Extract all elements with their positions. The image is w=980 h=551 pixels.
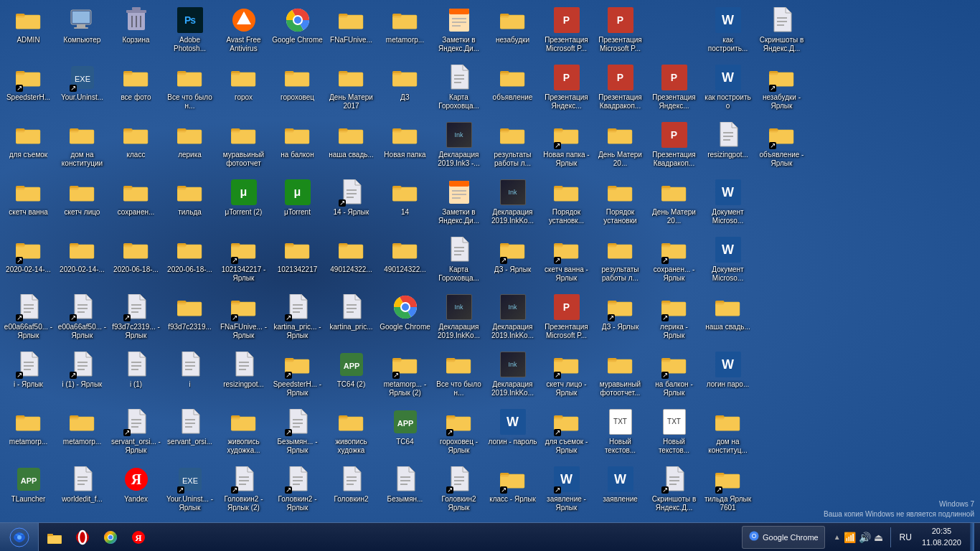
desktop-icon-kak-postroit-1[interactable]: W как построить... xyxy=(701,3,755,60)
desktop-icon-yandex[interactable]: Я Yandex xyxy=(109,462,163,519)
desktop-icon-vse-foto-2[interactable]: все фото xyxy=(109,60,163,118)
desktop-icon-sohraneno[interactable]: сохранен... xyxy=(109,175,163,232)
desktop-icon-lerika-yarlyk[interactable]: лерика - Ярлык xyxy=(647,290,701,347)
desktop-icon-metamorp-2[interactable]: metamorp... xyxy=(55,405,109,462)
desktop-icon-google-chrome-2[interactable]: Google Chrome xyxy=(378,290,432,347)
desktop-icon-servant-orsi-2[interactable]: servant_orsi... xyxy=(163,405,217,462)
desktop-icon-nezabudki-yarlyk[interactable]: незабудки - Ярлык xyxy=(755,60,809,118)
desktop-icon-golovkin2-2[interactable]: Головкин2 - Ярлык xyxy=(270,462,324,519)
desktop-icon-deklaraciya-2019-1[interactable]: Ink Декларация 2019.Ink3 -... xyxy=(432,118,486,175)
desktop-icon-avast[interactable]: Avast Free Antivirus xyxy=(217,3,270,60)
desktop-icon-servant-orsi-1[interactable]: servant_orsi... - Ярлык xyxy=(109,405,163,462)
desktop-icon-nezabudki[interactable]: незабудки xyxy=(486,3,540,60)
taskbar-app-opera[interactable] xyxy=(70,525,95,550)
desktop-icon-obyavlenie[interactable]: объявление xyxy=(486,60,540,118)
desktop-icon-e00a66af50-1[interactable]: e00a66af50... - Ярлык xyxy=(1,290,55,347)
desktop-icon-karta-goroh-2[interactable]: Карта Гороховца... xyxy=(432,232,486,290)
desktop-icon-bezymyan-2[interactable]: Безымян... xyxy=(378,462,432,519)
desktop-icon-dom-konstitucii-2[interactable]: дом на конституц... xyxy=(701,405,755,462)
system-clock[interactable]: 20:35 11.08.2020 xyxy=(918,526,966,548)
desktop-icon-deklaraciya-inkko[interactable]: Ink Декларация 2019.InkKo... xyxy=(486,347,540,405)
desktop-icon-i1-yarlyk[interactable]: i (1) - Ярлык xyxy=(55,347,109,405)
desktop-icon-deklaraciya-2019-3[interactable]: Ink Декларация 2019.InkKo... xyxy=(486,175,540,232)
desktop-icon-i-yarlyk[interactable]: i - Ярлык xyxy=(1,347,55,405)
desktop-icon-metamorp-shortcut2[interactable]: metamorp... - Ярлык (2) xyxy=(378,347,432,405)
desktop-icon-murav-foto-2[interactable]: муравьиный фотоотчет... xyxy=(593,347,647,405)
desktop-icon-speedsterh-shortcut[interactable]: SpeedsterH... - Ярлык xyxy=(270,347,324,405)
desktop-icon-poryadok-ustanovk-1[interactable]: Порядок установк... xyxy=(540,175,593,232)
desktop-icon-metamorp-3[interactable]: metamorp... xyxy=(378,3,432,60)
desktop-icon-den-materi-20-2[interactable]: День Матери 20... xyxy=(647,175,701,232)
desktop-icon-bezymyan-1[interactable]: Безымян... - Ярлык xyxy=(270,405,324,462)
desktop-icon-f93d7c2319-1[interactable]: f93d7c2319... - Ярлык xyxy=(109,290,163,347)
desktop-icon-obyavlenie-yarlyk[interactable]: объявление - Ярлык xyxy=(755,118,809,175)
taskbar-app-yandex[interactable]: Я xyxy=(126,525,151,550)
desktop-icon-zametki-1[interactable]: Заметки в Яндекс.Ди... xyxy=(432,3,486,60)
desktop-icon-2020-02-14-2[interactable]: 2020-02-14-... xyxy=(55,232,109,290)
desktop-icon-rezultaty-2[interactable]: результаты работы л... xyxy=(593,232,647,290)
desktop-icon-kak-postroit-2[interactable]: W как построить о xyxy=(701,60,755,118)
desktop-icon-worldedit-f[interactable]: worldedit_f... xyxy=(55,462,109,519)
desktop-icon-prezentaciya-yan[interactable]: P Презентация Яндекс... xyxy=(540,60,593,118)
desktop-icon-fnafunive-shortcut[interactable]: FNaFUnive... - Ярлык xyxy=(217,290,270,347)
desktop-icon-tilda[interactable]: тильда xyxy=(163,175,217,232)
desktop-icon-google-chrome-desk[interactable]: Google Chrome xyxy=(270,3,324,60)
desktop-icon-golovkin2-4[interactable]: Головкин2 Ярлык xyxy=(432,462,486,519)
desktop-icon-deklaraciya-2019-4[interactable]: Ink Декларация 2019.InkKo... xyxy=(486,290,540,347)
desktop-icon-dokument-ms-2[interactable]: W Документ Microso... xyxy=(701,232,755,290)
desktop-icon-i1-2[interactable]: i (1) xyxy=(109,347,163,405)
desktop-icon-novaya-papka-yarlyk[interactable]: Новая папка - Ярлык xyxy=(540,118,593,175)
desktop-icon-korzina[interactable]: Корзина xyxy=(109,3,163,60)
desktop-icon-adobe-ps[interactable]: Ps Adobe Photosh... xyxy=(163,3,217,60)
desktop-icon-kompyuter[interactable]: Компьютер xyxy=(55,3,109,60)
desktop-icon-metamorp-1[interactable]: metamorp... xyxy=(1,405,55,462)
desktop-icon-na-balkon[interactable]: на балкон xyxy=(270,118,324,175)
desktop-icon-golovkin2-shortcut[interactable]: Головкин2 - Ярлык (2) xyxy=(217,462,270,519)
desktop-icon-login-parol[interactable]: W логин - пароль xyxy=(486,405,540,462)
desktop-icon-zayavlenie-2[interactable]: W заявление xyxy=(593,462,647,519)
start-button[interactable] xyxy=(0,523,39,552)
desktop-icon-zhivopis-2[interactable]: живопись художка xyxy=(324,405,378,462)
desktop-icon-muravinyj[interactable]: муравьиный фотоотчет xyxy=(217,118,270,175)
desktop-icon-prezentaciya-kvadr2[interactable]: P Презентация Квадракоп... xyxy=(647,118,701,175)
desktop-icon-2020-06-18-1[interactable]: 2020-06-18-... xyxy=(109,232,163,290)
desktop-icon-1021342217-shortcut[interactable]: 1021342217 - Ярлык xyxy=(217,232,270,290)
desktop-icon-vse-chto-bylo-2[interactable]: Все что было н... xyxy=(432,347,486,405)
desktop-icon-dokument-ms-1[interactable]: W Документ Microso... xyxy=(701,175,755,232)
desktop-icon-prezentaciya-ms-1[interactable]: P Презентация Microsoft P... xyxy=(540,3,593,60)
desktop-icon-prezentaciya-ms-3[interactable]: P Презентация Microsoft P... xyxy=(593,3,647,60)
desktop-icon-klass-yarlyk[interactable]: класс - Ярлык xyxy=(486,462,540,519)
desktop-icon-golovkin2-3[interactable]: Головкин2 xyxy=(324,462,378,519)
desktop-icon-utorrent-3[interactable]: μ μTorrent xyxy=(270,175,324,232)
desktop-icon-karta-goroh-1[interactable]: Карта Гороховца... xyxy=(432,60,486,118)
desktop-icon-dom-konstitucii[interactable]: дом на конституции xyxy=(55,118,109,175)
taskbar-app-explorer[interactable] xyxy=(42,525,67,550)
desktop-icon-prezentaciya-ms-4[interactable]: P Презентация Яндекс... xyxy=(647,60,701,118)
desktop-icon-vse-chto-bylo-1[interactable]: Все что было н... xyxy=(163,60,217,118)
desktop-icon-novyj-tekst[interactable]: TXT Новый текстов... xyxy=(593,405,647,462)
systray-volume[interactable]: 🔊 xyxy=(859,532,871,543)
desktop-icon-14-2[interactable]: 14 xyxy=(378,175,432,232)
desktop-icon-2020-02-14-1[interactable]: 2020-02-14-... xyxy=(1,232,55,290)
desktop-icon-lerika[interactable]: лерика xyxy=(163,118,217,175)
desktop-icon-skrinshotyi-1[interactable]: Скриншоты в Яндекс.Д... xyxy=(755,3,809,60)
desktop-icon-kartina-pric-2[interactable]: kartina_pric... xyxy=(324,290,378,347)
language-indicator[interactable]: RU xyxy=(898,532,913,542)
desktop-icon-rezultaty-1[interactable]: результаты работы л... xyxy=(486,118,540,175)
desktop-icon-admin[interactable]: ADMIN xyxy=(1,3,55,60)
desktop-icon-i-3[interactable]: i xyxy=(163,347,217,405)
desktop-icon-dz[interactable]: ДЗ xyxy=(378,60,432,118)
desktop-icon-novyj-tekst-2[interactable]: TXT Новый текстов... xyxy=(647,405,701,462)
desktop-icon-goroh[interactable]: горох xyxy=(217,60,270,118)
desktop-icon-your-uninst-2[interactable]: EXE Your.Uninst... - Ярлык xyxy=(163,462,217,519)
desktop-icon-sohraneno-2[interactable]: сохранен... - Ярлык xyxy=(647,232,701,290)
desktop-icon-490124322-2[interactable]: 490124322... xyxy=(378,232,432,290)
desktop-icon-14-yarlyk[interactable]: 14 - Ярлык xyxy=(324,175,378,232)
desktop-icon-gorohovec-2[interactable]: гороховец xyxy=(270,60,324,118)
desktop-icon-zhivopis-1[interactable]: живопись художка... xyxy=(217,405,270,462)
desktop-icon-novaya-papka[interactable]: Новая папка xyxy=(378,118,432,175)
desktop-icon-f93d7c2319-2[interactable]: f93d7c2319... xyxy=(163,290,217,347)
desktop-icon-speedster-h[interactable]: SpeedsterH... xyxy=(1,60,55,118)
desktop-icon-dlya-syomok[interactable]: для съемок xyxy=(1,118,55,175)
desktop-icon-login-parol-2[interactable]: W логин паро... xyxy=(701,347,755,405)
